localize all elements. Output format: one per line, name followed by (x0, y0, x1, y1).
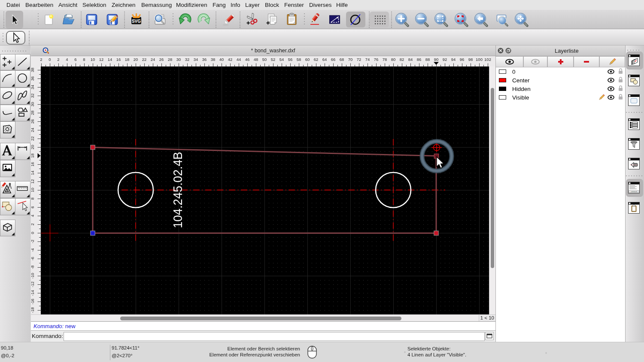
svg-text:2: 2 (31, 223, 35, 225)
svg-text:4: 4 (66, 57, 68, 62)
svg-text:36: 36 (202, 57, 207, 62)
svg-text:12: 12 (31, 179, 35, 184)
svg-text:48: 48 (254, 57, 258, 62)
svg-text:82: 82 (400, 57, 404, 62)
svg-text:-6: -6 (31, 257, 35, 260)
svg-text:52: 52 (271, 57, 276, 62)
svg-text:74: 74 (365, 57, 370, 62)
svg-text:92: 92 (443, 57, 447, 62)
svg-text:96: 96 (460, 57, 465, 62)
svg-text:34: 34 (194, 57, 198, 62)
svg-text:20: 20 (31, 145, 35, 150)
svg-text:76: 76 (374, 57, 379, 62)
svg-text:8: 8 (83, 57, 85, 62)
svg-text:88: 88 (425, 57, 430, 62)
svg-text:32: 32 (31, 94, 35, 98)
svg-text:66: 66 (331, 57, 336, 62)
svg-text:68: 68 (340, 57, 344, 62)
svg-text:80: 80 (391, 57, 396, 62)
svg-text:18: 18 (125, 57, 130, 62)
svg-text:8: 8 (31, 197, 35, 199)
svg-text:102: 102 (484, 57, 491, 62)
svg-text:78: 78 (383, 57, 387, 62)
svg-text:86: 86 (417, 57, 422, 62)
svg-text:94: 94 (451, 57, 456, 62)
svg-text:-4: -4 (31, 248, 35, 252)
svg-text:0: 0 (49, 57, 51, 62)
svg-text:-18: -18 (31, 307, 35, 313)
svg-text:2: 2 (57, 57, 59, 62)
svg-text:14: 14 (31, 171, 35, 175)
svg-text:24: 24 (151, 57, 155, 62)
svg-text:24: 24 (31, 128, 35, 133)
svg-text:100: 100 (476, 57, 483, 62)
svg-text:28: 28 (168, 57, 173, 62)
svg-text:6: 6 (31, 206, 35, 208)
svg-text:30: 30 (176, 57, 181, 62)
svg-text:10: 10 (91, 57, 95, 62)
svg-text:22: 22 (31, 136, 35, 141)
svg-text:-8: -8 (31, 265, 35, 269)
svg-text:-10: -10 (31, 273, 35, 279)
svg-text:54: 54 (279, 57, 284, 62)
svg-text:6: 6 (74, 57, 76, 62)
svg-text:38: 38 (211, 57, 216, 62)
svg-text:22: 22 (142, 57, 147, 62)
svg-text:SVG: SVG (131, 19, 140, 24)
svg-text:12: 12 (99, 57, 104, 62)
svg-text:64: 64 (322, 57, 327, 62)
svg-text:70: 70 (348, 57, 353, 62)
svg-text:38: 38 (31, 68, 35, 72)
svg-text:40: 40 (219, 57, 224, 62)
svg-text:84: 84 (408, 57, 413, 62)
svg-text:72: 72 (357, 57, 361, 62)
svg-text:36: 36 (31, 76, 35, 81)
svg-text:30: 30 (31, 102, 35, 107)
svg-text:0: 0 (31, 232, 35, 234)
svg-text:16: 16 (116, 57, 121, 62)
svg-text:44: 44 (237, 57, 241, 62)
svg-text:18: 18 (31, 154, 35, 158)
svg-text:28: 28 (31, 111, 35, 115)
svg-text:104.245.02.4B: 104.245.02.4B (171, 152, 185, 228)
svg-text:56: 56 (288, 57, 293, 62)
svg-text:2: 2 (40, 57, 42, 62)
svg-text:34: 34 (31, 85, 35, 90)
svg-text:26: 26 (159, 57, 164, 62)
svg-text:4: 4 (31, 214, 35, 217)
svg-text:20: 20 (134, 57, 138, 62)
svg-text:98: 98 (468, 57, 473, 62)
svg-text:16: 16 (31, 162, 35, 167)
svg-text:-14: -14 (31, 290, 35, 296)
svg-text:90: 90 (434, 57, 439, 62)
svg-text:14: 14 (108, 57, 112, 62)
svg-text:-16: -16 (31, 299, 35, 305)
svg-text:command: command (631, 191, 637, 193)
svg-text:50: 50 (262, 57, 267, 62)
svg-text:32: 32 (185, 57, 190, 62)
svg-text:-2: -2 (31, 240, 35, 243)
svg-text:58: 58 (297, 57, 301, 62)
svg-text:46: 46 (245, 57, 250, 62)
svg-text:10: 10 (31, 188, 35, 193)
svg-text:26: 26 (31, 119, 35, 124)
svg-text:-12: -12 (31, 281, 35, 287)
svg-text:42: 42 (228, 57, 233, 62)
svg-text:60: 60 (305, 57, 310, 62)
svg-text:62: 62 (314, 57, 319, 62)
